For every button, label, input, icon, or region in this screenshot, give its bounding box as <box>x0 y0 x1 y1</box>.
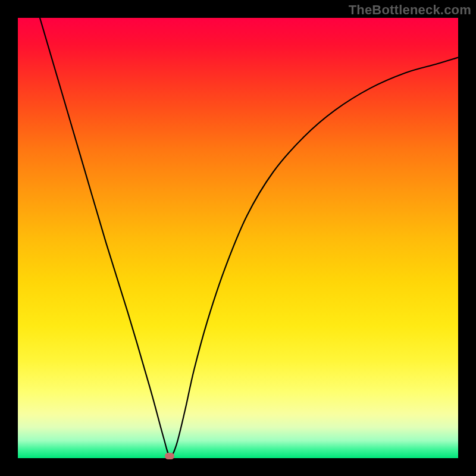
minimum-marker <box>165 453 174 459</box>
chart-frame: TheBottleneck.com <box>0 0 476 476</box>
bottleneck-curve <box>40 18 458 456</box>
curve-svg <box>18 18 458 458</box>
watermark-text: TheBottleneck.com <box>349 2 471 18</box>
plot-area <box>18 18 458 458</box>
